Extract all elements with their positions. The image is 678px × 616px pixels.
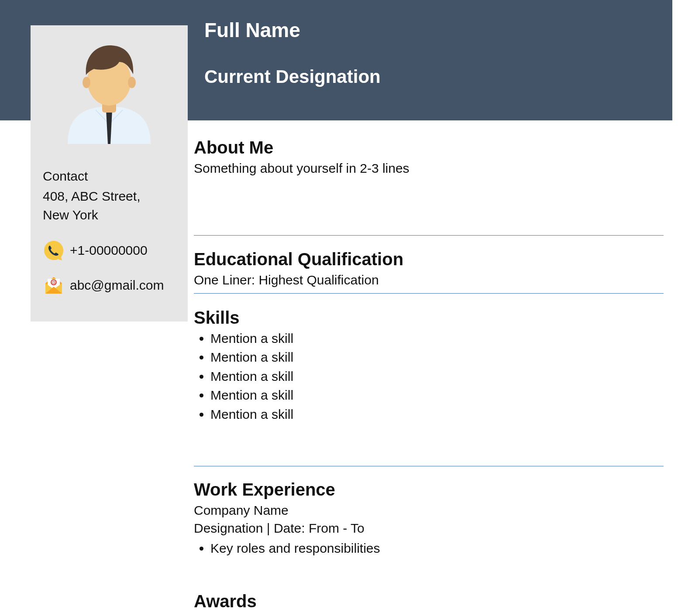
phone-icon <box>43 240 65 261</box>
svg-point-3 <box>83 77 90 88</box>
section-title-education: Educational Qualification <box>194 250 664 269</box>
section-about: About Me Something about yourself in 2-3… <box>194 127 664 177</box>
section-education: Educational Qualification One Liner: Hig… <box>194 238 664 289</box>
contact-email: abc@gmail.com <box>70 278 164 293</box>
contact-block: Contact 408, ABC Street, New York <box>43 167 176 225</box>
full-name: Full Name <box>204 18 381 42</box>
section-title-about: About Me <box>194 138 664 157</box>
avatar <box>43 37 176 144</box>
list-item: Mention a skill <box>210 367 664 385</box>
divider <box>194 466 664 466</box>
list-item: Mention a skill <box>210 329 664 347</box>
section-title-skills: Skills <box>194 308 664 328</box>
section-work: Work Experience Company Name Designation… <box>194 469 664 557</box>
skills-list: Mention a skill Mention a skill Mention … <box>194 329 664 423</box>
svg-point-4 <box>128 77 136 88</box>
divider <box>194 235 664 236</box>
list-item: Mention a skill <box>210 405 664 423</box>
list-item: Key roles and responsibilities <box>210 539 664 557</box>
work-bullets: Key roles and responsibilities <box>194 539 664 557</box>
contact-phone: +1-00000000 <box>70 243 148 258</box>
awards-list: Award or Achievement Award or Achievemen… <box>194 613 664 616</box>
designation: Current Designation <box>204 66 381 87</box>
list-item: Award or Achievement <box>210 613 664 616</box>
section-title-work: Work Experience <box>194 480 664 500</box>
list-item: Mention a skill <box>210 348 664 366</box>
section-body-about: Something about yourself in 2-3 lines <box>194 159 664 177</box>
work-company: Company Name <box>194 501 664 519</box>
contact-address: 408, ABC Street, New York <box>43 187 176 225</box>
section-title-awards: Awards <box>194 592 664 611</box>
work-dates: Designation | Date: From - To <box>194 519 664 537</box>
avatar-icon <box>59 37 159 144</box>
header-text: Full Name Current Designation <box>204 18 381 87</box>
contact-phone-row: +1-00000000 <box>43 240 176 261</box>
svg-text:@: @ <box>52 280 56 285</box>
contact-heading: Contact <box>43 167 176 186</box>
contact-email-row: @ abc@gmail.com <box>43 274 176 296</box>
section-skills: Skills Mention a skill Mention a skill M… <box>194 297 664 423</box>
divider <box>194 293 664 294</box>
section-body-education: One Liner: Highest Qualification <box>194 271 664 289</box>
sidebar-card: Contact 408, ABC Street, New York +1-000… <box>31 25 188 322</box>
section-awards: Awards Award or Achievement Award or Ach… <box>194 580 664 616</box>
email-icon: @ <box>43 274 65 296</box>
list-item: Mention a skill <box>210 386 664 404</box>
